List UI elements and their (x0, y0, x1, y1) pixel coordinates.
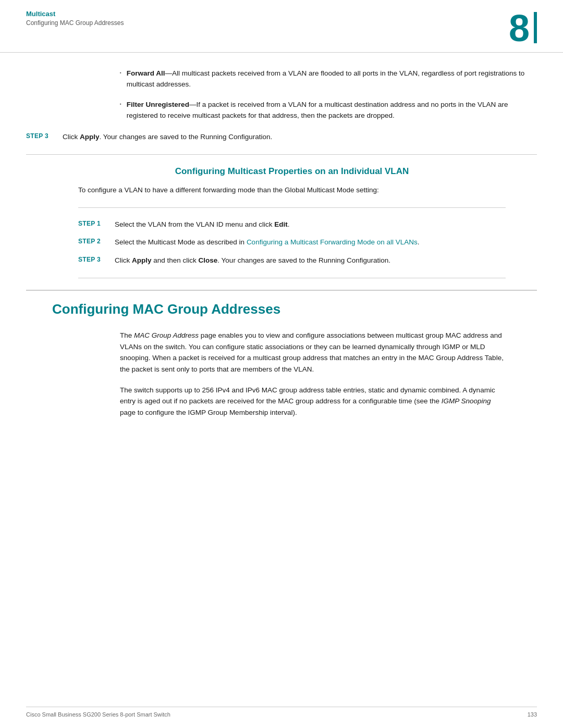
igmp-snooping-italic: IGMP Snooping (442, 397, 491, 405)
step-3-text: Click Apply. Your changes are saved to t… (63, 132, 272, 143)
close-bold: Close (199, 256, 218, 264)
footer-page-number: 133 (528, 711, 537, 718)
divider-3 (78, 278, 506, 278)
subsection-heading: Configuring Multicast Properties on an I… (78, 166, 506, 177)
subsection-step-3-label: STEP 3 (78, 256, 115, 263)
subsection-step-1-label: STEP 1 (78, 220, 115, 227)
bullet-dot-2: ▪ (120, 102, 121, 106)
page-header: Multicast Configuring MAC Group Addresse… (0, 0, 563, 53)
divider-2 (78, 207, 506, 208)
main-content: ▪ Forward All—All multicast packets rece… (0, 53, 563, 459)
step-3-label: STEP 3 (26, 132, 63, 140)
page-footer: Cisco Small Business SG200 Series 8-port… (26, 707, 537, 718)
chapter-number-area: 8 (509, 9, 537, 47)
multicast-link[interactable]: Configuring a Multicast Forwarding Mode … (247, 238, 418, 246)
subsection-step-3-text: Click Apply and then click Close. Your c… (115, 255, 390, 266)
subsection-step-2: STEP 2 Select the Multicast Mode as desc… (78, 237, 506, 248)
mac-group-para-2: The switch supports up to 256 IPv4 and I… (120, 385, 506, 418)
bullet-bold-2: Filter Unregistered (127, 101, 189, 108)
apply-bold-2: Apply (132, 256, 152, 264)
bullet-section: ▪ Forward All—All multicast packets rece… (120, 68, 537, 121)
subsection-vlan: Configuring Multicast Properties on an I… (78, 166, 506, 279)
bullet-text-filter-unregistered: Filter Unregistered—If a packet is recei… (127, 100, 537, 121)
chapter-title: Multicast (26, 9, 124, 19)
apply-bold: Apply (80, 133, 100, 141)
step-3-apply: STEP 3 Click Apply. Your changes are sav… (26, 132, 537, 143)
subsection-step-2-label: STEP 2 (78, 238, 115, 245)
edit-bold: Edit (274, 220, 288, 228)
footer-left-text: Cisco Small Business SG200 Series 8-port… (26, 711, 170, 718)
mac-group-italic-1: MAC Group Address (134, 331, 199, 339)
bullet-text-forward-all: Forward All—All multicast packets receiv… (127, 68, 537, 90)
subsection-intro: To configure a VLAN to have a different … (78, 185, 506, 196)
bullet-item-filter-unregistered: ▪ Filter Unregistered—If a packet is rec… (120, 100, 537, 121)
mac-group-addresses-section: Configuring MAC Group Addresses The MAC … (26, 290, 537, 438)
bullet-body-1: —All multicast packets received from a V… (127, 69, 524, 88)
subsection-step-1-text: Select the VLAN from the VLAN ID menu an… (115, 219, 289, 230)
mac-group-para-1: The MAC Group Address page enables you t… (120, 330, 506, 375)
chapter-number: 8 (509, 9, 530, 47)
subsection-step-2-text: Select the Multicast Mode as described i… (115, 237, 420, 248)
chapter-bar (534, 12, 537, 43)
divider-1 (26, 154, 537, 155)
mac-group-body: The MAC Group Address page enables you t… (120, 330, 506, 418)
header-section-title: Configuring MAC Group Addresses (26, 19, 124, 28)
mac-group-heading: Configuring MAC Group Addresses (52, 301, 537, 317)
bullet-item-forward-all: ▪ Forward All—All multicast packets rece… (120, 68, 537, 90)
bullet-bold-1: Forward All (127, 69, 165, 77)
header-left: Multicast Configuring MAC Group Addresse… (26, 9, 124, 28)
subsection-step-3: STEP 3 Click Apply and then click Close.… (78, 255, 506, 266)
bullet-dot-1: ▪ (120, 70, 121, 75)
page-container: Multicast Configuring MAC Group Addresse… (0, 0, 563, 728)
subsection-step-1: STEP 1 Select the VLAN from the VLAN ID … (78, 219, 506, 230)
